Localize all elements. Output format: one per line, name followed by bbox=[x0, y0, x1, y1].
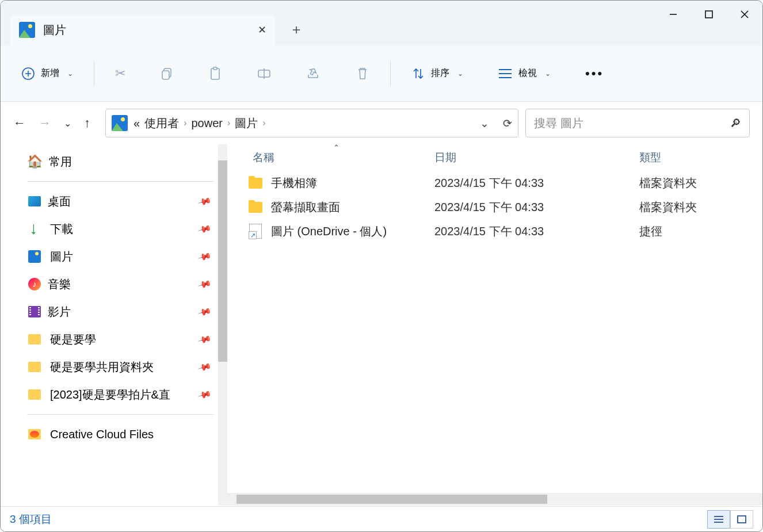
folder-icon bbox=[28, 389, 43, 400]
shortcut-icon bbox=[247, 224, 264, 239]
folder-icon bbox=[247, 202, 264, 213]
file-row[interactable]: 手機相簿 2023/4/15 下午 04:33 檔案資料夾 bbox=[247, 171, 762, 195]
window-controls bbox=[655, 1, 762, 28]
refresh-button[interactable]: ⟳ bbox=[503, 117, 512, 130]
column-header-date[interactable]: 日期 bbox=[434, 150, 639, 165]
cut-button[interactable]: ✂ bbox=[108, 60, 132, 87]
pin-icon[interactable]: 📌 bbox=[197, 387, 212, 402]
forward-button[interactable]: → bbox=[39, 116, 51, 131]
search-input[interactable]: 搜尋 圖片 🔍︎ bbox=[525, 109, 750, 137]
pin-icon[interactable]: 📌 bbox=[197, 221, 212, 236]
rename-button[interactable] bbox=[250, 61, 279, 86]
pin-icon[interactable]: 📌 bbox=[197, 304, 212, 319]
view-toggles bbox=[707, 510, 753, 529]
breadcrumb: « 使用者 › power › 圖片 › bbox=[133, 116, 480, 131]
sidebar-item-folder[interactable]: 硬是要學 📌 bbox=[1, 326, 227, 353]
file-type: 捷徑 bbox=[639, 224, 662, 239]
search-icon[interactable]: 🔍︎ bbox=[730, 117, 741, 130]
breadcrumb-segment[interactable]: 圖片 bbox=[235, 116, 258, 131]
sidebar-item-creative-cloud[interactable]: Creative Cloud Files bbox=[1, 420, 227, 448]
sidebar-item-folder[interactable]: [2023]硬是要學拍片&直 📌 bbox=[1, 381, 227, 408]
addressbar-right: ⌄ ⟳ bbox=[480, 117, 512, 130]
sort-button-label: 排序 bbox=[431, 67, 449, 79]
chevron-down-icon: ⌄ bbox=[67, 70, 73, 78]
sidebar-item-desktop[interactable]: 桌面 📌 bbox=[1, 187, 227, 215]
pin-icon[interactable]: 📌 bbox=[197, 277, 212, 292]
delete-button[interactable] bbox=[349, 60, 376, 87]
folder-icon bbox=[28, 362, 43, 372]
thumbnails-view-button[interactable] bbox=[730, 510, 753, 529]
file-type: 檔案資料夾 bbox=[639, 200, 697, 215]
new-tab-button[interactable]: ＋ bbox=[283, 16, 310, 43]
sidebar: 🏠 常用 桌面 📌 ⭣ 下載 📌 圖片 📌 ♪ 音樂 📌 影片 📌 bbox=[1, 144, 227, 506]
paste-button[interactable] bbox=[201, 60, 229, 87]
tab-active[interactable]: 圖片 ✕ bbox=[11, 14, 276, 45]
file-name: 手機相簿 bbox=[271, 175, 434, 191]
sidebar-item-videos[interactable]: 影片 📌 bbox=[1, 298, 227, 326]
more-button[interactable]: ••• bbox=[578, 60, 611, 87]
chevron-right-icon: › bbox=[262, 118, 265, 128]
sidebar-item-label: 圖片 bbox=[50, 249, 73, 265]
folder-icon bbox=[28, 429, 43, 439]
file-row[interactable]: 螢幕擷取畫面 2023/4/15 下午 04:33 檔案資料夾 bbox=[247, 195, 762, 219]
column-headers: ⌃ 名稱 日期 類型 bbox=[247, 144, 762, 171]
main: 🏠 常用 桌面 📌 ⭣ 下載 📌 圖片 📌 ♪ 音樂 📌 影片 📌 bbox=[1, 144, 762, 506]
breadcrumb-segment[interactable]: 使用者 bbox=[144, 116, 179, 131]
back-button[interactable]: ← bbox=[13, 116, 26, 131]
sidebar-item-label: 硬是要學 bbox=[50, 332, 96, 347]
column-header-name[interactable]: ⌃ 名稱 bbox=[247, 150, 434, 165]
horizontal-scrollbar[interactable] bbox=[227, 493, 762, 506]
sort-icon bbox=[411, 67, 425, 81]
sidebar-item-label: [2023]硬是要學拍片&直 bbox=[50, 387, 170, 403]
toolbar-separator bbox=[390, 62, 391, 86]
file-date: 2023/4/15 下午 04:33 bbox=[434, 200, 639, 215]
minimize-button[interactable] bbox=[655, 1, 691, 28]
sidebar-item-label: 桌面 bbox=[48, 194, 71, 209]
chevron-down-icon: ⌄ bbox=[457, 70, 463, 78]
svg-rect-19 bbox=[738, 516, 746, 523]
close-window-button[interactable] bbox=[727, 1, 762, 28]
new-button[interactable]: 新增 ⌄ bbox=[14, 61, 80, 86]
file-row[interactable]: 圖片 (OneDrive - 個人) 2023/4/15 下午 04:33 捷徑 bbox=[247, 219, 762, 243]
svg-rect-1 bbox=[705, 11, 712, 18]
nav-row: ← → ⌄ ↑ « 使用者 › power › 圖片 › ⌄ ⟳ 搜尋 圖片 🔍… bbox=[1, 102, 762, 144]
file-name: 螢幕擷取畫面 bbox=[271, 200, 434, 215]
pin-icon[interactable]: 📌 bbox=[197, 332, 212, 347]
share-button[interactable] bbox=[299, 61, 328, 86]
column-header-type[interactable]: 類型 bbox=[639, 150, 731, 165]
music-icon: ♪ bbox=[28, 278, 41, 290]
recent-dropdown[interactable]: ⌄ bbox=[64, 118, 71, 129]
desktop-icon bbox=[28, 196, 41, 206]
maximize-button[interactable] bbox=[691, 1, 727, 28]
status-bar: 3 個項目 bbox=[1, 506, 762, 531]
up-button[interactable]: ↑ bbox=[84, 116, 90, 131]
sort-button[interactable]: 排序 ⌄ bbox=[405, 61, 470, 86]
rename-icon bbox=[257, 67, 272, 81]
address-bar[interactable]: « 使用者 › power › 圖片 › ⌄ ⟳ bbox=[105, 109, 518, 137]
copy-button[interactable] bbox=[153, 61, 181, 86]
details-view-button[interactable] bbox=[707, 510, 730, 529]
new-button-label: 新增 bbox=[41, 67, 59, 79]
pin-icon[interactable]: 📌 bbox=[197, 249, 212, 264]
file-date: 2023/4/15 下午 04:33 bbox=[434, 224, 639, 239]
close-tab-icon[interactable]: ✕ bbox=[258, 24, 266, 36]
sidebar-divider bbox=[27, 181, 213, 182]
pin-icon[interactable]: 📌 bbox=[197, 359, 212, 374]
address-dropdown[interactable]: ⌄ bbox=[480, 117, 489, 130]
sidebar-item-home[interactable]: 🏠 常用 bbox=[1, 148, 227, 175]
sidebar-item-downloads[interactable]: ⭣ 下載 📌 bbox=[1, 215, 227, 243]
sidebar-item-pictures[interactable]: 圖片 📌 bbox=[1, 243, 227, 270]
video-icon bbox=[28, 306, 41, 317]
breadcrumb-segment[interactable]: power bbox=[191, 117, 222, 130]
breadcrumb-ellipsis[interactable]: « bbox=[133, 117, 140, 130]
copy-icon bbox=[160, 67, 174, 81]
sidebar-item-label: 硬是要學共用資料夾 bbox=[50, 359, 154, 375]
nav-arrows: ← → ⌄ ↑ bbox=[13, 116, 98, 131]
horizontal-scrollbar-thumb[interactable] bbox=[236, 495, 547, 504]
pin-icon[interactable]: 📌 bbox=[197, 194, 212, 209]
sidebar-item-folder[interactable]: 硬是要學共用資料夾 📌 bbox=[1, 353, 227, 381]
view-button[interactable]: 檢視 ⌄ bbox=[491, 62, 558, 85]
svg-rect-8 bbox=[162, 71, 169, 79]
sidebar-item-label: 音樂 bbox=[48, 277, 71, 292]
sidebar-item-music[interactable]: ♪ 音樂 📌 bbox=[1, 270, 227, 298]
